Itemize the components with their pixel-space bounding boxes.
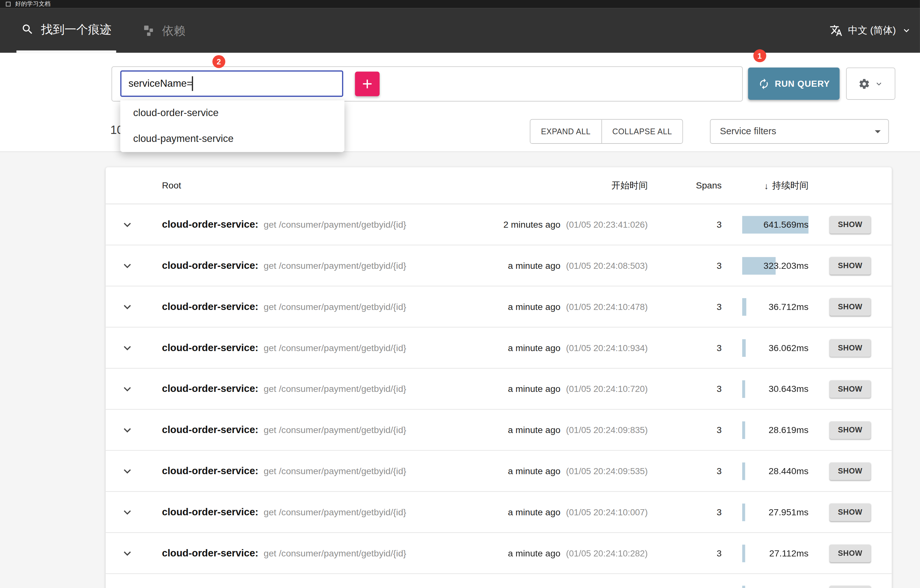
show-button[interactable]: SHOW: [829, 462, 871, 479]
column-header-spans[interactable]: Spans: [648, 180, 722, 191]
run-query-button[interactable]: RUN QUERY 1: [748, 68, 840, 100]
span-count: 3: [648, 260, 722, 271]
timestamp: (01/05 20:24:10:007): [566, 507, 648, 517]
column-header-root: Root: [162, 180, 448, 191]
show-button[interactable]: SHOW: [829, 380, 871, 398]
span-name: get /consumer/payment/getbyid/{id}: [264, 425, 406, 435]
service-name: cloud-order-service:: [162, 383, 259, 395]
trace-row[interactable]: cloud-order-service: get /consumer/payme…: [105, 492, 892, 533]
show-button[interactable]: SHOW: [829, 544, 871, 562]
expand-row-icon[interactable]: [120, 217, 134, 232]
relative-time: 2 minutes ago: [503, 219, 560, 229]
trace-row[interactable]: cloud-order-service: get /consumer/payme…: [105, 286, 892, 327]
query-input[interactable]: [120, 70, 343, 97]
duration-value: 27.951ms: [769, 507, 808, 517]
show-button[interactable]: SHOW: [829, 339, 871, 356]
service-name: cloud-order-service:: [162, 219, 259, 230]
show-button-label: SHOW: [838, 508, 863, 517]
expand-row-icon[interactable]: [120, 300, 134, 314]
expand-row-icon[interactable]: [120, 340, 134, 355]
duration-value: 36.062ms: [769, 342, 808, 353]
chevron-down-icon: [901, 25, 912, 36]
timestamp: (01/05 20:24:09:535): [566, 466, 648, 475]
show-button[interactable]: SHOW: [829, 421, 871, 439]
duration-value: 30.643ms: [769, 384, 808, 394]
span-count: 3: [648, 548, 722, 558]
column-header-start-time[interactable]: 开始时间: [448, 179, 648, 192]
duration-value: 27.112ms: [769, 548, 808, 558]
window-titlebar: 好的学习文档: [0, 0, 920, 8]
show-button-label: SHOW: [838, 385, 863, 394]
gear-icon: [858, 78, 870, 90]
show-button-label: SHOW: [838, 302, 863, 311]
span-name: get /consumer/payment/getbyid/{id}: [264, 301, 406, 312]
table-header-row: Root 开始时间 Spans ↓ 持续时间: [105, 167, 892, 204]
show-button-label: SHOW: [838, 343, 863, 352]
trace-row[interactable]: cloud-order-service: get /consumer/payme…: [105, 245, 892, 286]
trace-row[interactable]: cloud-order-service: get /consumer/payme…: [105, 451, 892, 492]
span-name: get /consumer/payment/getbyid/{id}: [264, 466, 406, 476]
language-selector[interactable]: 中文 (简体): [830, 24, 912, 37]
duration-bar: [742, 503, 745, 521]
expand-row-icon[interactable]: [120, 505, 134, 519]
expand-all-button[interactable]: EXPAND ALL: [530, 120, 601, 143]
service-name: cloud-order-service:: [162, 465, 259, 477]
trace-rows: cloud-order-service: get /consumer/payme…: [105, 204, 892, 588]
span-count: 3: [648, 301, 722, 312]
expand-row-icon[interactable]: [120, 464, 134, 478]
relative-time: a minute ago: [508, 384, 560, 394]
suggestion-item[interactable]: cloud-order-service: [120, 100, 344, 126]
timestamp: (01/05 20:24:10:934): [566, 342, 648, 352]
tab-find-a-trace[interactable]: 找到一个痕迹: [16, 8, 117, 53]
duration-bar: [742, 339, 746, 356]
relative-time: a minute ago: [508, 301, 560, 311]
duration-bar: [742, 421, 745, 439]
timestamp: (01/05 20:23:41:026): [566, 219, 648, 229]
show-button[interactable]: SHOW: [829, 257, 871, 274]
trace-row[interactable]: cloud-order-service: get /consumer/payme…: [105, 574, 892, 588]
collapse-all-button[interactable]: COLLAPSE ALL: [601, 120, 683, 143]
service-filters-dropdown[interactable]: Service filters: [710, 119, 889, 144]
annotation-badge-2: 2: [212, 55, 225, 68]
expand-row-icon[interactable]: [120, 382, 134, 396]
trace-row[interactable]: cloud-order-service: get /consumer/payme…: [105, 410, 892, 451]
service-name: cloud-order-service:: [162, 259, 259, 271]
service-name: cloud-order-service:: [162, 301, 259, 313]
span-count: 3: [648, 219, 722, 230]
trace-row[interactable]: cloud-order-service: get /consumer/payme…: [105, 369, 892, 410]
plus-icon: +: [362, 74, 373, 94]
suggestion-item[interactable]: cloud-payment-service: [120, 126, 344, 152]
annotation-badge-1: 1: [753, 49, 766, 62]
span-count: 3: [648, 507, 722, 517]
column-header-duration[interactable]: ↓ 持续时间: [722, 167, 808, 204]
show-button-label: SHOW: [838, 261, 863, 270]
refresh-icon: [758, 78, 769, 90]
query-settings-button[interactable]: [846, 68, 896, 100]
tab-dependencies[interactable]: 依赖: [139, 8, 189, 53]
add-criterion-button[interactable]: +: [355, 72, 380, 96]
trace-row[interactable]: cloud-order-service: get /consumer/payme…: [105, 533, 892, 574]
show-button[interactable]: SHOW: [829, 298, 871, 315]
span-count: 3: [648, 466, 722, 476]
show-button[interactable]: SHOW: [829, 215, 871, 233]
query-input-wrap: 2: [120, 70, 343, 97]
sort-desc-icon: ↓: [764, 180, 769, 190]
span-name: get /consumer/payment/getbyid/{id}: [264, 342, 406, 353]
span-count: 3: [648, 342, 722, 353]
expand-row-icon[interactable]: [120, 259, 134, 273]
tab-dependencies-label: 依赖: [162, 23, 186, 39]
span-count: 3: [648, 384, 722, 394]
trace-row[interactable]: cloud-order-service: get /consumer/payme…: [105, 204, 892, 245]
run-query-label: RUN QUERY: [775, 79, 830, 89]
duration-value: 28.440ms: [769, 466, 808, 476]
service-name: cloud-order-service:: [162, 547, 259, 559]
window-title: 好的学习文档: [15, 0, 50, 8]
show-button[interactable]: SHOW: [829, 503, 871, 521]
expand-row-icon[interactable]: [120, 423, 134, 437]
show-button[interactable]: SHOW: [829, 585, 871, 588]
trace-row[interactable]: cloud-order-service: get /consumer/payme…: [105, 327, 892, 369]
duration-value: 323.203ms: [763, 260, 808, 271]
service-name: cloud-order-service:: [162, 424, 259, 436]
span-name: get /consumer/payment/getbyid/{id}: [264, 384, 406, 394]
expand-row-icon[interactable]: [120, 546, 134, 560]
